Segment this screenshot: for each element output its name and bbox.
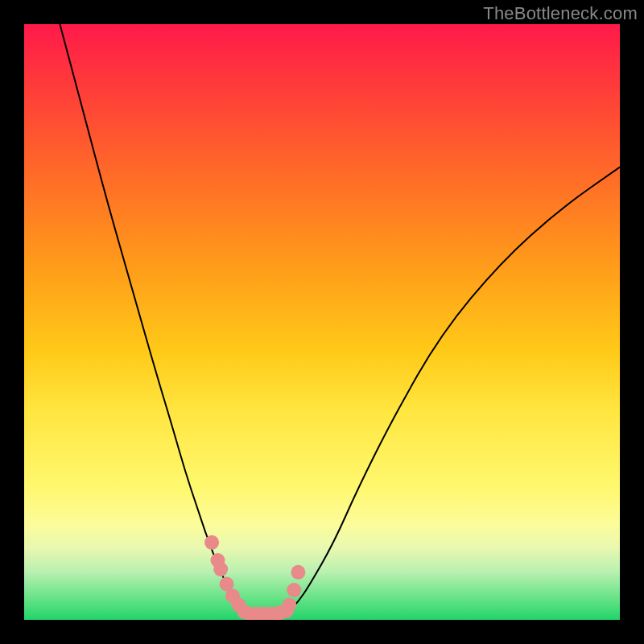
chart-svg [24,24,620,620]
watermark-text: TheBottleneck.com [483,3,638,24]
marker-point [291,565,305,580]
marker-point [204,535,219,550]
marker-point [213,562,228,576]
marker-point [287,583,301,597]
plot-area [24,24,620,620]
curve-right-curve [287,167,620,614]
series-container [60,24,620,620]
curve-left-curve [60,24,244,614]
marker-point [282,598,296,613]
chart-frame: TheBottleneck.com [0,0,644,644]
